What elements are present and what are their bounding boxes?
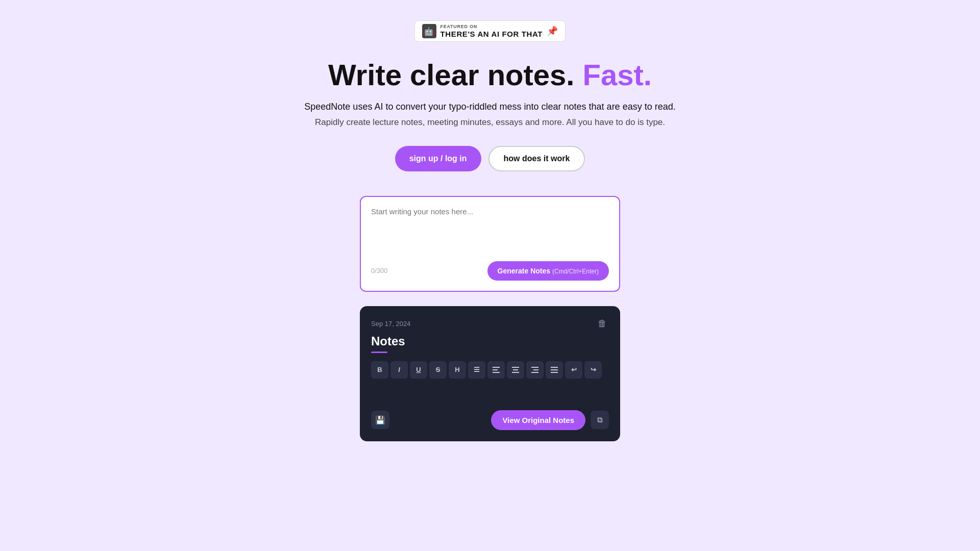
hero-headline: Write clear notes. Fast. (304, 58, 675, 92)
editor-toolbar: B I U S H ☰ ↩ ↪ (371, 361, 609, 379)
note-textarea[interactable] (371, 207, 609, 253)
delete-button[interactable]: 🗑 (596, 316, 609, 331)
svg-rect-11 (551, 372, 558, 373)
headline-part1: Write clear notes. (328, 58, 574, 91)
featured-badge[interactable]: 🤖 FEATURED ON THERE'S AN AI FOR THAT 📌 (414, 20, 566, 42)
featured-label: FEATURED ON (440, 24, 543, 29)
panel-title: Notes (371, 334, 609, 348)
list-button[interactable]: ☰ (468, 361, 485, 379)
title-underline (371, 352, 387, 353)
delete-icon: 🗑 (598, 318, 607, 329)
svg-rect-7 (533, 369, 538, 370)
ai-text: THERE'S AN AI FOR THAT (440, 30, 543, 38)
align-left-button[interactable] (487, 361, 505, 379)
underline-button[interactable]: U (410, 361, 427, 379)
pin-icon: 📌 (547, 26, 558, 37)
panel-header: Sep 17, 2024 🗑 (371, 316, 609, 331)
generate-shortcut: (Cmd/Ctrl+Enter) (552, 268, 599, 275)
bold-button[interactable]: B (371, 361, 388, 379)
svg-rect-5 (512, 372, 519, 373)
how-it-works-button[interactable]: how does it work (488, 146, 585, 171)
panel-date: Sep 17, 2024 (371, 320, 410, 328)
view-original-button[interactable]: View Original Notes (491, 410, 585, 430)
hero-section: Write clear notes. Fast. SpeedNote uses … (304, 58, 675, 128)
headline-accent: Fast. (583, 58, 652, 91)
strikethrough-button[interactable]: S (429, 361, 447, 379)
hero-sub2: Rapidly create lecture notes, meeting mi… (304, 117, 675, 128)
save-icon: 💾 (375, 415, 385, 425)
notes-panel: Sep 17, 2024 🗑 Notes B I U S H ☰ ↩ ↪ 💾 (360, 306, 620, 441)
italic-button[interactable]: I (390, 361, 408, 379)
save-button[interactable]: 💾 (371, 411, 389, 429)
align-justify-button[interactable] (546, 361, 563, 379)
align-center-button[interactable] (507, 361, 524, 379)
robot-icon: 🤖 (422, 24, 436, 38)
footer-right: View Original Notes ⧉ (491, 410, 609, 430)
svg-rect-0 (493, 367, 500, 368)
copy-icon: ⧉ (597, 415, 603, 424)
align-right-button[interactable] (526, 361, 544, 379)
heading-button[interactable]: H (449, 361, 466, 379)
copy-button[interactable]: ⧉ (591, 411, 609, 429)
svg-rect-8 (531, 372, 538, 373)
signup-login-button[interactable]: sign up / log in (395, 146, 481, 171)
panel-footer: 💾 View Original Notes ⧉ (371, 410, 609, 430)
generate-label: Generate Notes (498, 267, 550, 275)
svg-rect-2 (493, 372, 500, 373)
generate-button[interactable]: Generate Notes (Cmd/Ctrl+Enter) (487, 261, 609, 281)
cta-buttons: sign up / log in how does it work (395, 146, 585, 171)
svg-rect-9 (551, 367, 558, 368)
svg-rect-6 (531, 367, 538, 368)
svg-rect-4 (513, 369, 518, 370)
redo-button[interactable]: ↪ (584, 361, 602, 379)
svg-rect-3 (512, 367, 519, 368)
char-count: 0/300 (371, 267, 388, 274)
undo-button[interactable]: ↩ (565, 361, 582, 379)
hero-subtitle: SpeedNote uses AI to convert your typo-r… (304, 102, 675, 112)
textarea-footer: 0/300 Generate Notes (Cmd/Ctrl+Enter) (371, 261, 609, 281)
editor-content[interactable] (371, 387, 609, 402)
note-input-container: 0/300 Generate Notes (Cmd/Ctrl+Enter) (360, 196, 620, 292)
svg-rect-10 (551, 369, 558, 370)
svg-rect-1 (493, 369, 498, 370)
